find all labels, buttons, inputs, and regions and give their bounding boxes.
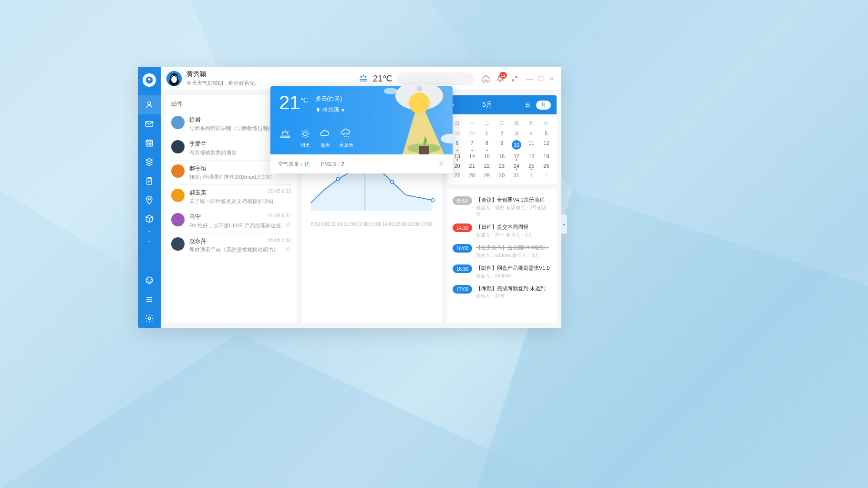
- weather-illustration: [372, 86, 453, 154]
- agenda-title: 【邮件】网盘产品规划需求V1.0: [476, 264, 551, 272]
- calendar-day[interactable]: 23: [494, 161, 509, 171]
- nav-settings-icon[interactable]: [138, 309, 161, 328]
- calendar-day[interactable]: 26: [539, 161, 554, 171]
- chart-x-label: 9:00: [321, 222, 330, 227]
- nav-location-icon[interactable]: [138, 191, 161, 210]
- weather-widget[interactable]: 21℃: [358, 73, 392, 84]
- calendar-day[interactable]: 14: [465, 152, 479, 161]
- calendar-day[interactable]: 30: [494, 171, 509, 180]
- nav-collapse-up-icon[interactable]: ⌃: [138, 229, 161, 236]
- weather-condition: 多云(白天): [316, 95, 344, 103]
- calendar-day[interactable]: 8: [479, 138, 494, 152]
- mail-subject: Re:您好，以下是UI/UE 产品经理岗位任职标准: [189, 222, 291, 229]
- agenda-meta: 创建人：郑一 参与人：3人: [476, 232, 551, 238]
- chart-x-label: 13:00: [370, 222, 382, 227]
- calendar-view-month[interactable]: 月: [536, 101, 551, 110]
- agenda-meta: 发起人：张彤 会议地点：2号会议室: [476, 204, 551, 218]
- mail-item[interactable]: 郝玉英 关于统一邮件签名及文档模板的通知 05-05 9:32: [171, 185, 291, 209]
- calendar-day[interactable]: 29: [479, 171, 494, 180]
- nav-clipboard-icon[interactable]: [138, 172, 161, 191]
- svg-point-35: [391, 180, 394, 183]
- calendar-day[interactable]: 22: [479, 161, 494, 171]
- agenda-item[interactable]: 09:00 【会议】合创圈V4.0注册流程 发起人：张彤 会议地点：2号会议室: [453, 193, 551, 221]
- calendar-day[interactable]: 21: [465, 161, 479, 171]
- calendar-day[interactable]: 29: [465, 129, 479, 138]
- calendar-day[interactable]: 10: [509, 138, 524, 152]
- cloud-icon: [319, 128, 331, 140]
- calendar-day[interactable]: 24: [509, 161, 524, 171]
- mail-item[interactable]: 赵永萍 即时通讯平台《系统需求规格说明书》 05-05 9:32: [171, 234, 291, 257]
- svg-rect-40: [419, 146, 429, 154]
- app-logo[interactable]: [143, 73, 156, 87]
- weather-forecast-day[interactable]: 大后天: [339, 128, 353, 149]
- chevron-down-icon: ▾: [341, 107, 344, 113]
- window-minimize-icon[interactable]: —: [527, 75, 533, 82]
- calendar-day[interactable]: 4: [524, 129, 539, 138]
- window-close-icon[interactable]: ✕: [549, 75, 555, 82]
- nav-support-icon[interactable]: [138, 271, 161, 290]
- mail-avatar: [171, 189, 185, 202]
- weather-forecast-day[interactable]: 明天: [299, 128, 311, 149]
- calendar-day[interactable]: 7: [465, 138, 479, 152]
- agenda-item[interactable]: 16:30 【邮件】网盘产品规划需求V1.0 发起人：addone: [453, 262, 551, 282]
- agenda-item[interactable]: 16:00 【任务协作】合创圈V4.0规划... 发起人：addone 参与人：…: [453, 241, 551, 262]
- sidebar: ⌃ ⌄: [138, 67, 161, 328]
- chart-x-label: 17:00: [421, 222, 433, 227]
- calendar-view-day[interactable]: 日: [520, 101, 535, 110]
- nav-menu-icon[interactable]: [138, 290, 161, 309]
- svg-point-37: [303, 132, 307, 136]
- nav-cube-icon[interactable]: [138, 210, 161, 229]
- calendar-day[interactable]: 16: [494, 152, 509, 161]
- user-avatar[interactable]: [166, 71, 182, 86]
- search-input[interactable]: [403, 75, 474, 82]
- calendar-day[interactable]: 3: [509, 129, 524, 138]
- nav-collapse-down-icon[interactable]: ⌄: [138, 236, 161, 244]
- attachment-icon: [285, 245, 291, 254]
- calendar-day[interactable]: 18: [524, 152, 539, 161]
- agenda-item[interactable]: 17:00 【考勤】完成考勤签到 未迟到 签到人：郑壹: [453, 282, 551, 303]
- mail-time: 05-05 9:32: [268, 189, 291, 194]
- chart-x-label: 14:00: [382, 222, 394, 227]
- calendar-day[interactable]: 15: [479, 152, 494, 161]
- home-icon[interactable]: [480, 73, 492, 84]
- nav-stack-icon[interactable]: [138, 152, 161, 172]
- weather-pm25: PM2.5：7: [321, 161, 344, 168]
- mail-item[interactable]: 马宁 Re:您好，以下是UI/UE 产品经理岗位任职标准 05-05 9:32: [171, 209, 291, 234]
- svg-point-14: [147, 145, 148, 145]
- weather-location[interactable]: 哈尔滨 ▾: [316, 106, 344, 114]
- nav-contacts-icon[interactable]: [138, 95, 161, 114]
- calendar-day[interactable]: 2: [494, 129, 509, 138]
- svg-point-46: [384, 88, 397, 94]
- calendar-day[interactable]: 5: [539, 129, 554, 138]
- weather-forecast-day[interactable]: [279, 128, 291, 149]
- mail-avatar: [171, 237, 185, 251]
- calendar-panel: ‹ 5月 日 月 日一二三四五六282912345678910111213141…: [447, 95, 557, 184]
- agenda-title: 【任务协作】合创圈V4.0规划...: [476, 244, 551, 251]
- search-box[interactable]: [398, 72, 474, 85]
- chart-x-label: 16:00: [408, 222, 420, 227]
- collapse-icon[interactable]: [509, 73, 520, 84]
- calendar-day[interactable]: 31: [509, 171, 524, 180]
- calendar-day[interactable]: 12: [539, 138, 554, 152]
- nav-calendar-icon[interactable]: [138, 133, 161, 152]
- weather-forecast-day[interactable]: 后天: [319, 128, 331, 149]
- mail-subject: 转发: 外训课程推荐2016mpd北京站: [189, 173, 291, 181]
- calendar-day[interactable]: 1: [524, 171, 539, 180]
- calendar-day[interactable]: 28: [465, 171, 479, 180]
- calendar-weekday: 四: [509, 118, 524, 129]
- calendar-day[interactable]: 19: [539, 152, 554, 161]
- nav-mail-icon[interactable]: [138, 114, 161, 133]
- collapse-right-icon[interactable]: «: [561, 214, 567, 234]
- calendar-day[interactable]: 1: [479, 129, 494, 138]
- agenda-item[interactable]: 14:30 【日程】提交本周周报 创建人：郑一 参与人：3人: [453, 221, 551, 241]
- calendar-day[interactable]: 2: [539, 171, 554, 180]
- calendar-day[interactable]: 9: [494, 138, 509, 152]
- window-maximize-icon[interactable]: ☐: [538, 75, 544, 82]
- calendar-day[interactable]: 25: [524, 161, 539, 171]
- calendar-day[interactable]: 11: [524, 138, 539, 152]
- weather-settings-icon[interactable]: [437, 160, 445, 168]
- mail-subject: 关于统一邮件签名及文档模板的通知: [189, 198, 291, 205]
- notification-icon[interactable]: 12: [495, 73, 506, 84]
- calendar-day[interactable]: 17: [509, 152, 524, 161]
- svg-point-21: [148, 317, 151, 320]
